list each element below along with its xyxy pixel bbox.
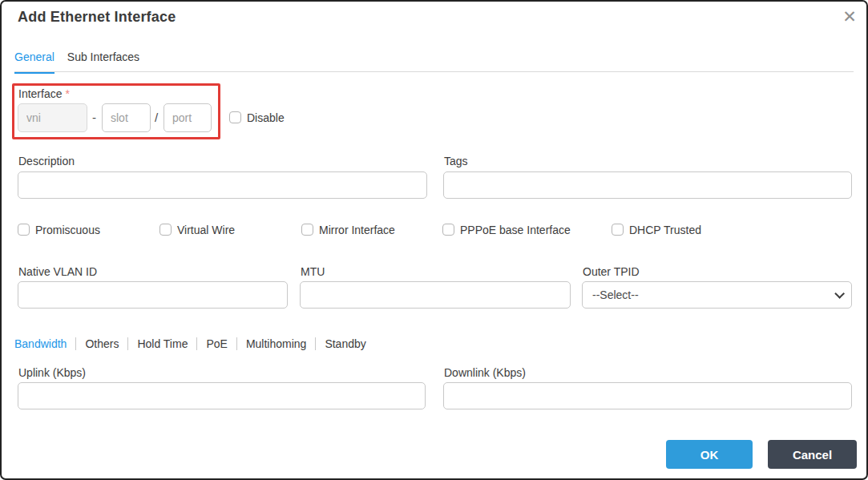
interface-label: Interface* [18,87,70,100]
virtual-wire-checkbox[interactable] [159,224,172,236]
dhcp-trusted-checkbox[interactable] [612,224,624,236]
interface-dash-separator: - [92,111,96,124]
subsection-tab-bar: Bandwidth Others Hold Time PoE Multihomi… [14,337,375,350]
pppoe-base-interface-checkbox[interactable] [442,224,454,236]
outer-tpid-label: Outer TPID [583,265,640,278]
vni-input[interactable] [18,103,87,132]
tab-sub-interfaces[interactable]: Sub Interfaces [67,50,139,74]
slot-input[interactable] [102,103,151,132]
native-vlan-id-label: Native VLAN ID [18,265,97,278]
pppoe-base-interface-label: PPPoE base Interface [460,224,571,236]
mtu-input[interactable] [300,281,571,309]
tabs-divider [14,71,854,72]
downlink-label: Downlink (Kbps) [444,366,526,379]
chevron-down-icon [834,288,845,299]
tags-input[interactable] [443,171,852,199]
promiscuous-checkbox[interactable] [18,224,30,236]
outer-tpid-select[interactable]: --Select-- [582,281,852,309]
dialog-title: Add Ethernet Interface [18,9,176,26]
ok-button[interactable]: OK [666,440,753,469]
subtab-multihoming[interactable]: Multihoming [236,337,315,350]
uplink-input[interactable] [18,382,426,409]
tab-bar: General Sub Interfaces [14,50,139,74]
dhcp-trusted-label: DHCP Trusted [629,224,701,236]
mtu-label: MTU [301,265,325,278]
cancel-button[interactable]: Cancel [768,440,857,469]
outer-tpid-selected-value: --Select-- [592,288,639,301]
subtab-others[interactable]: Others [75,337,127,350]
port-input[interactable] [164,103,212,132]
close-icon[interactable]: ✕ [840,7,859,26]
disable-checkbox[interactable] [229,111,241,123]
subtab-hold-time[interactable]: Hold Time [127,337,196,350]
promiscuous-label: Promiscuous [35,224,100,236]
required-asterisk: * [65,87,69,100]
mirror-interface-checkbox[interactable] [301,224,313,236]
disable-label: Disable [247,111,285,124]
downlink-input[interactable] [443,382,852,409]
description-label: Description [18,155,75,167]
interface-slash-separator: / [155,111,158,124]
description-input[interactable] [18,171,427,199]
tab-general[interactable]: General [14,50,55,74]
virtual-wire-label: Virtual Wire [177,224,235,236]
native-vlan-id-input[interactable] [18,281,288,309]
subtab-poe[interactable]: PoE [196,337,236,350]
tags-label: Tags [444,155,468,167]
uplink-label: Uplink (Kbps) [18,366,86,379]
add-ethernet-interface-dialog: Add Ethernet Interface ✕ General Sub Int… [0,0,868,480]
mirror-interface-label: Mirror Interface [319,224,395,236]
subtab-bandwidth[interactable]: Bandwidth [14,337,75,350]
subtab-standby[interactable]: Standby [315,337,374,350]
